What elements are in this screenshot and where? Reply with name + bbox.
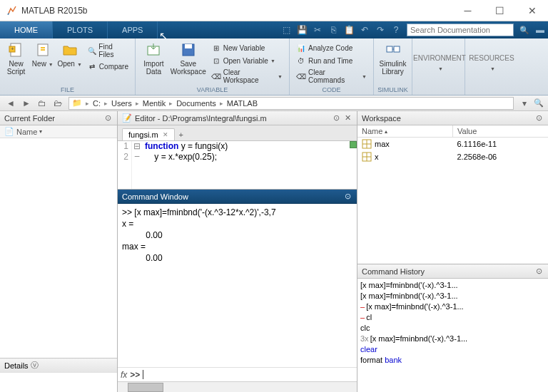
ribbon-toolstrip: + New Script New▼ Open▼ 🔍Find Files ⇄Com… [0,38,548,96]
editor-close-icon[interactable]: ✕ [342,113,352,123]
run-time-icon: ⏱ [296,56,306,66]
history-item[interactable]: clc [360,323,545,334]
workspace-row[interactable]: max 6.1116e-11 [357,138,548,150]
editor-header: 📝 Editor - D:\Programs\Integral\fungsi.m… [118,111,357,125]
panel-menu-icon[interactable]: ⊙ [103,113,113,123]
code-analyzer-status-icon[interactable] [350,141,357,148]
command-window-menu-icon[interactable]: ⊙ [342,192,352,202]
new-button[interactable]: New▼ [29,40,56,70]
history-item[interactable]: 3x[x max]=fminbnd('(-x).^3-1... [360,334,545,344]
history-item[interactable]: [x max]=fminbnd('(-x).^3-1... [360,280,545,291]
search-path-button[interactable]: 🔍 [532,97,545,110]
undo-icon[interactable]: ↶ [357,23,372,37]
save-workspace-button[interactable]: Save Workspace [169,40,208,77]
open-button[interactable]: Open▼ [56,40,83,70]
command-window-header: Command Window ⊙ [118,190,357,204]
import-data-icon [145,41,162,58]
minimize-button[interactable]: ─ [452,0,484,21]
svg-rect-8 [394,46,400,52]
workspace-row[interactable]: x 2.2568e-06 [357,150,548,163]
open-variable-button[interactable]: ⊡Open Variable▼ [209,55,285,66]
clear-workspace-button[interactable]: ⌫Clear Workspace▼ [209,68,285,85]
editor-menu-icon[interactable]: ⊙ [331,113,341,123]
command-history-body[interactable]: [x max]=fminbnd('(-x).^3-1... [x max]=fm… [357,279,548,392]
copy-icon[interactable]: ⎘ [326,23,340,37]
back-button[interactable]: ◄ [4,97,18,110]
import-data-button[interactable]: Import Data [138,40,169,77]
horizontal-scrollbar[interactable] [118,381,357,392]
workspace-menu-icon[interactable]: ⊙ [534,113,544,123]
editor-tab-fungsi[interactable]: fungsi.m ✕ [122,128,175,140]
workspace-body[interactable]: max 6.1116e-11 x 2.2568e-06 [357,138,548,264]
paste-icon[interactable]: 📋 [342,23,356,37]
cursor-caret [143,370,143,379]
new-variable-button[interactable]: ⊞New Variable [209,42,285,53]
history-item[interactable]: –[x max]=fminbnd('(-x).^3-1... [360,301,545,312]
details-header[interactable]: Details ⓥ [0,358,117,372]
address-path[interactable]: 📁 ▸ C:▸ Users▸ Mentik▸ Documents▸ MATLAB [68,97,514,110]
simulink-library-button[interactable]: Simulink Library [377,40,409,77]
compare-button[interactable]: ⇄Compare [85,61,131,72]
maximize-button[interactable]: ☐ [484,0,516,21]
redo-icon[interactable]: ↷ [373,23,387,37]
path-dropdown-button[interactable]: ▾ [517,97,532,110]
workspace-header: Workspace ⊙ [357,111,548,125]
find-files-icon: 🔍 [87,46,96,56]
current-folder-header: Current Folder ⊙ [0,111,117,125]
run-and-time-button[interactable]: ⏱Run and Time [294,55,369,66]
clear-commands-icon: ⌫ [296,71,306,81]
compare-icon: ⇄ [87,61,97,71]
history-item[interactable]: clear [360,344,545,355]
svg-text:+: + [11,46,14,52]
new-variable-icon: ⊞ [211,43,221,53]
resources-button[interactable]: RESOURCES ▼ [468,40,515,73]
up-folder-button[interactable]: 🗀 [35,97,49,110]
search-button[interactable]: 🔍 [517,23,532,37]
fx-icon[interactable]: fx [121,370,127,380]
toolstrip-icon[interactable]: ⬚ [279,23,293,37]
folder-icon: 📁 [72,98,82,108]
search-documentation-input[interactable] [407,24,514,36]
analyze-code-icon: 📊 [296,43,306,53]
browse-folder-button[interactable]: 🗁 [51,97,65,110]
editor-icon: 📝 [122,113,132,123]
tab-close-icon[interactable]: ✕ [163,131,168,138]
matlab-logo-icon [6,5,17,16]
close-button[interactable]: ✕ [516,0,548,21]
clear-commands-button[interactable]: ⌫Clear Commands▼ [294,68,369,85]
save-workspace-icon [180,41,197,58]
simulink-icon [385,41,402,58]
history-item[interactable]: format bank [360,355,545,366]
help-icon[interactable]: ? [389,23,403,37]
new-icon [34,41,51,58]
history-item[interactable]: –cl [360,312,545,323]
clear-workspace-icon: ⌫ [211,71,221,81]
new-script-icon: + [8,41,25,58]
mouse-cursor-icon: ↖ [159,30,168,41]
analyze-code-button[interactable]: 📊Analyze Code [294,42,369,53]
command-history-header: Command History ⊙ [357,264,548,279]
tab-home[interactable]: HOME [0,21,53,38]
command-prompt[interactable]: fx >> [118,367,357,381]
minimize-toolstrip-icon[interactable]: ▬ [533,23,547,37]
cut-icon[interactable]: ✂ [310,23,325,37]
name-column-header[interactable]: 📄 Name ▾ [0,125,117,138]
editor-new-tab-button[interactable]: + [175,129,188,140]
variable-icon [362,152,372,162]
save-icon[interactable]: 💾 [295,23,309,37]
history-item[interactable]: [x max]=fminbnd('(-x).^3-1... [360,291,545,301]
current-folder-body[interactable] [0,138,117,358]
workspace-name-column[interactable]: Name▴ [357,125,453,137]
tab-apps[interactable]: APPS [108,21,158,38]
find-files-button[interactable]: 🔍Find Files [85,42,131,59]
forward-button[interactable]: ► [19,97,34,110]
environment-button[interactable]: ENVIRONMENT ▼ [415,40,464,73]
window-title: MATLAB R2015b [21,6,452,16]
command-window-body[interactable]: >> [x max]=fminbnd('-(x.^3-12*x.^2)',-3,… [118,204,357,367]
history-menu-icon[interactable]: ⊙ [534,267,544,277]
workspace-value-column[interactable]: Value [453,125,548,137]
new-script-button[interactable]: + New Script [3,40,29,77]
tab-plots[interactable]: PLOTS [53,21,108,38]
svg-rect-6 [185,44,192,48]
editor-code-area[interactable]: 1 2 ⊟ – function y = fungsi(x) y = x.*ex… [118,141,357,189]
